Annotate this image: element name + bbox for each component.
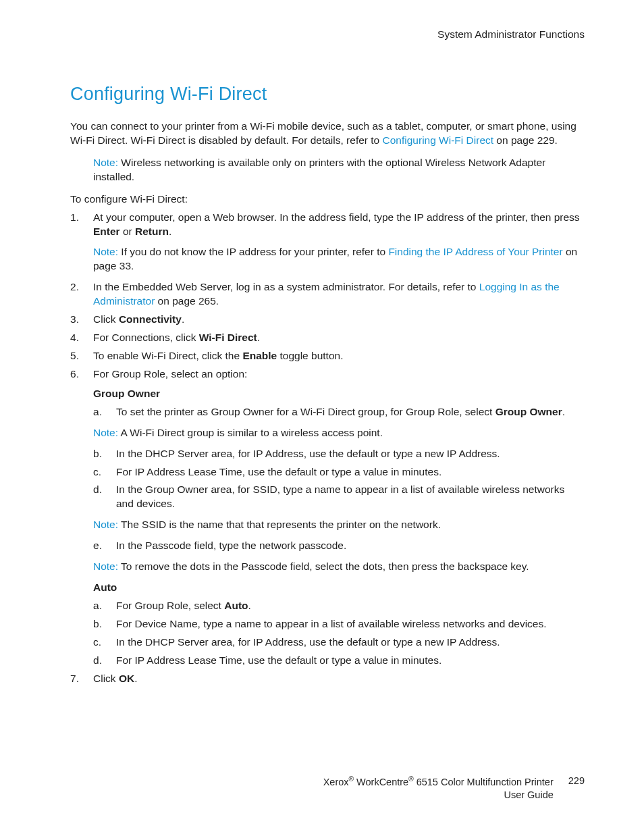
note-lead: Note: <box>93 427 118 438</box>
auto-list: For Group Role, select Auto. For Device … <box>93 599 585 668</box>
note-wireless-adapter: Note: Wireless networking is available o… <box>93 156 585 184</box>
step-6: For Group Role, select an option: Group … <box>70 367 585 668</box>
group-owner-list-cont1: In the DHCP Server area, for IP Address,… <box>93 447 585 512</box>
group-owner-list: To set the printer as Group Owner for a … <box>93 405 585 419</box>
note-lead: Note: <box>93 561 118 572</box>
document-page: System Administrator Functions Configuri… <box>0 0 644 834</box>
link-finding-ip[interactable]: Finding the IP Address of Your Printer <box>388 246 562 257</box>
go-step-c: For IP Address Lease Time, use the defau… <box>93 465 585 479</box>
note-lead: Note: <box>93 157 118 168</box>
go-step-e: In the Passcode field, type the network … <box>93 539 585 553</box>
auto-step-a: For Group Role, select Auto. <box>93 599 585 613</box>
step-3: Click Connectivity. <box>70 313 585 327</box>
step-2: In the Embedded Web Server, log in as a … <box>70 280 585 309</box>
step5-post: toggle button. <box>277 350 343 361</box>
section-header: System Administrator Functions <box>70 28 585 41</box>
auto-step-d: For IP Address Lease Time, use the defau… <box>93 654 585 668</box>
link-configuring-wifi-direct[interactable]: Configuring Wi-Fi Direct <box>383 134 494 146</box>
auto-step-b: For Device Name, type a name to appear i… <box>93 617 585 631</box>
step3-post: . <box>182 313 184 325</box>
group-owner-list-cont2: In the Passcode field, type the network … <box>93 539 585 553</box>
go-a-pre: To set the printer as Group Owner for a … <box>116 406 495 417</box>
go-note-d: Note: The SSID is the name that that rep… <box>93 518 585 532</box>
step-5: To enable Wi-Fi Direct, click the Enable… <box>70 349 585 363</box>
intro-text-post: on page 229. <box>493 134 558 146</box>
group-owner-heading: Group Owner <box>93 387 585 401</box>
go-step-b: In the DHCP Server area, for IP Address,… <box>93 447 585 461</box>
auto-a-pre: For Group Role, select <box>116 600 224 611</box>
go-a-bold: Group Owner <box>495 406 562 417</box>
footer-l2: User Guide <box>504 789 553 800</box>
note-text: To remove the dots in the Passcode field… <box>118 561 529 572</box>
step1-pre: At your computer, open a Web browser. In… <box>93 211 580 223</box>
step7-post: . <box>134 673 137 684</box>
step7-pre: Click <box>93 673 119 684</box>
go-step-a: To set the printer as Group Owner for a … <box>93 405 585 419</box>
auto-heading: Auto <box>93 581 585 595</box>
reg-mark-1: ® <box>349 775 354 783</box>
page-footer: Xerox® WorkCentre® 6515 Color Multifunct… <box>70 775 585 802</box>
auto-a-bold: Auto <box>224 600 248 611</box>
go-note-e: Note: To remove the dots in the Passcode… <box>93 560 585 574</box>
step1-mid: or <box>120 226 135 237</box>
main-steps-list: At your computer, open a Web browser. In… <box>70 211 585 686</box>
step4-pre: For Connections, click <box>93 332 199 343</box>
step7-bold: OK <box>119 673 134 684</box>
step1-bold-enter: Enter <box>93 226 120 237</box>
auto-a-post: . <box>248 600 251 611</box>
step2-post: on page 265. <box>155 295 219 307</box>
step4-post: . <box>257 332 260 343</box>
reg-mark-2: ® <box>408 775 413 783</box>
intro-paragraph: You can connect to your printer from a W… <box>70 120 585 148</box>
go-step-d: In the Group Owner area, for SSID, type … <box>93 483 585 511</box>
footer-l1-mid: WorkCentre <box>354 777 408 787</box>
footer-label: Xerox® WorkCentre® 6515 Color Multifunct… <box>323 775 554 802</box>
footer-l1-post: 6515 Color Multifunction Printer <box>414 777 554 787</box>
step-4: For Connections, click Wi-Fi Direct. <box>70 331 585 345</box>
note-pre: If you do not know the IP address for yo… <box>118 246 388 257</box>
auto-step-c: In the DHCP Server area, for IP Address,… <box>93 635 585 650</box>
note-lead: Note: <box>93 519 118 530</box>
footer-l1-pre: Xerox <box>323 777 349 787</box>
step6-text: For Group Role, select an option: <box>93 368 247 380</box>
step1-note: Note: If you do not know the IP address … <box>93 245 585 273</box>
step4-bold: Wi-Fi Direct <box>199 332 257 343</box>
step-7: Click OK. <box>70 672 585 686</box>
procedure-lead: To configure Wi-Fi Direct: <box>70 192 585 207</box>
note-text: Wireless networking is available only on… <box>93 157 545 182</box>
page-title: Configuring Wi-Fi Direct <box>70 84 585 105</box>
go-a-post: . <box>562 406 565 417</box>
step3-bold: Connectivity <box>119 313 182 325</box>
step5-pre: To enable Wi-Fi Direct, click the <box>93 350 242 361</box>
page-number: 229 <box>568 775 585 787</box>
step1-post: . <box>169 226 171 237</box>
note-lead: Note: <box>93 246 118 257</box>
step5-bold: Enable <box>242 350 277 361</box>
go-note-a: Note: A Wi-Fi Direct group is similar to… <box>93 426 585 440</box>
note-text: A Wi-Fi Direct group is similar to a wir… <box>118 427 383 438</box>
note-text: The SSID is the name that that represent… <box>118 519 441 530</box>
step-1: At your computer, open a Web browser. In… <box>70 211 585 274</box>
step3-pre: Click <box>93 313 119 325</box>
step2-pre: In the Embedded Web Server, log in as a … <box>93 281 479 292</box>
step1-bold-return: Return <box>135 226 169 237</box>
